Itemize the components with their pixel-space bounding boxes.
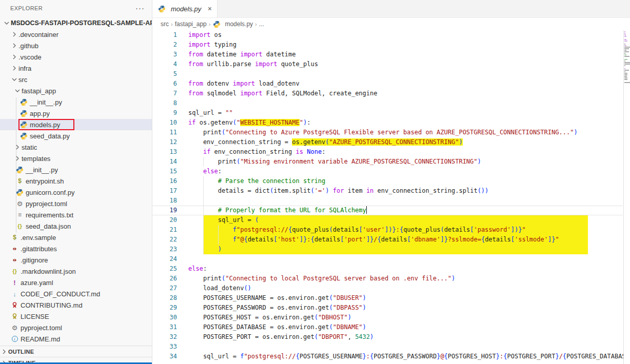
chevron-right-icon[interactable] (10, 30, 18, 38)
code-line-19[interactable]: 19 # Properly format the URL for SQLAlch… (152, 206, 630, 215)
tree-item-label: pyproject.toml (21, 324, 62, 332)
code-line-14[interactable]: 14 print("Missing environment variable A… (152, 157, 630, 167)
indent-guide (203, 196, 204, 206)
chevron-right-icon[interactable] (13, 143, 22, 151)
tree-item-label: .github (18, 42, 38, 50)
tree-item-pyproject-toml[interactable]: ⚙pyproject.toml (0, 198, 152, 209)
code-line-2[interactable]: 2import typing (152, 40, 630, 50)
code-line-6[interactable]: 6from dotenv import load_dotenv (152, 79, 630, 89)
code-line-3[interactable]: 3from datetime import datetime (152, 50, 630, 59)
info-icon: i (10, 335, 19, 343)
tree-item-azure-yaml[interactable]: !azure.yaml (0, 277, 152, 288)
code-line-10[interactable]: 10if os.getenv("WEBSITE_HOSTNAME"): (152, 118, 630, 128)
code-line-8[interactable]: 8 (152, 98, 630, 108)
red-annotation-box: models.py (19, 120, 73, 129)
breadcrumb-separator: › (209, 21, 211, 27)
tree-item-label: __init__.py (26, 166, 58, 174)
code-line-5[interactable]: 5 (152, 69, 630, 79)
tree-item-infra[interactable]: infra (0, 63, 152, 74)
minimap-line (624, 47, 630, 48)
code-line-20[interactable]: 20 sql_url = ( (152, 215, 630, 225)
tree-item--github[interactable]: .github (0, 40, 152, 51)
minimap[interactable] (623, 30, 630, 364)
tree-item-templates[interactable]: templates (0, 153, 152, 164)
chevron-right-icon[interactable] (10, 64, 18, 72)
line-number: 24 (152, 254, 184, 264)
code-line-15[interactable]: 15 else: (152, 167, 630, 176)
tree-item-app-py[interactable]: app.py (0, 108, 152, 119)
chevron-right-icon[interactable] (13, 154, 22, 163)
tree-item-seed-data-py[interactable]: seed_data.py (0, 130, 152, 141)
code-text: import typing (188, 40, 237, 50)
outline-section-header[interactable]: OUTLINE (0, 346, 152, 357)
code-line-34[interactable]: 34 sql_url = f"postgresql://{POSTGRES_US… (152, 352, 630, 361)
close-icon[interactable]: × (208, 5, 212, 13)
code-line-18[interactable]: 18 (152, 196, 630, 206)
tree-item--markdownlint-json[interactable]: {}.markdownlint.json (0, 266, 152, 277)
breadcrumb-item--[interactable]: ... (259, 21, 264, 28)
breadcrumb-item-fastapi-app[interactable]: fastapi_app (175, 21, 207, 28)
code-line-28[interactable]: 28 POSTGRES_USERNAME = os.environ.get("D… (152, 293, 630, 303)
tree-item--init-py[interactable]: __init__.py (0, 164, 152, 175)
code-line-17[interactable]: 17 details = dict(item.split('=') for it… (152, 186, 630, 196)
tree-item-src[interactable]: src (0, 74, 152, 85)
line-number: 2 (152, 40, 184, 50)
chevron-down-icon[interactable] (13, 87, 22, 95)
code-line-29[interactable]: 29 POSTGRES_PASSWORD = os.environ.get("D… (152, 303, 630, 313)
code-line-25[interactable]: 25else: (152, 264, 630, 274)
tree-item--vscode[interactable]: .vscode (0, 51, 152, 63)
code-line-24[interactable]: 24 (152, 254, 630, 264)
minimap-line (624, 71, 625, 72)
tree-item-code-of-conduct-md[interactable]: ↓CODE_OF_CONDUCT.md (0, 288, 152, 299)
tree-item--gitignore[interactable]: .gitignore (0, 254, 152, 266)
code-line-7[interactable]: 7from sqlmodel import Field, SQLModel, c… (152, 89, 630, 98)
tree-item--init-py[interactable]: __init__.py (0, 96, 152, 108)
code-line-13[interactable]: 13 if env_connection_string is None: (152, 147, 630, 157)
chevron-right-icon[interactable] (10, 53, 18, 61)
line-number: 21 (152, 225, 184, 235)
code-line-1[interactable]: 1import os (152, 30, 630, 40)
code-line-16[interactable]: 16 # Parse the connection string (152, 176, 630, 186)
tree-item--gitattributes[interactable]: .gitattributes (0, 243, 152, 254)
tree-item-contributing-md[interactable]: CONTRIBUTING.md (0, 299, 152, 311)
code-line-12[interactable]: 12 env_connection_string = os.getenv("AZ… (152, 137, 630, 147)
tree-item-label: requirements.txt (26, 211, 73, 219)
code-line-31[interactable]: 31 POSTGRES_DATABASE = os.environ.get("D… (152, 322, 630, 332)
code-line-21[interactable]: 21 f"postgresql://{quote_plus(details['u… (152, 225, 630, 235)
tree-item-requirements-txt[interactable]: ≡requirements.txt (0, 209, 152, 220)
tree-item-fastapi-app[interactable]: fastapi_app (0, 85, 152, 96)
chevron-right-icon[interactable] (10, 42, 18, 50)
tree-item-gunicorn-conf-py[interactable]: gunicorn.conf.py (0, 187, 152, 198)
code-line-32[interactable]: 32 POSTGRES_PORT = os.environ.get("DBPOR… (152, 332, 630, 342)
chevron-down-icon[interactable] (10, 75, 18, 84)
code-line-23[interactable]: 23 ) (152, 245, 630, 254)
more-actions-icon[interactable]: ··· (135, 6, 145, 11)
tab-models-py[interactable]: models.py × (152, 0, 218, 17)
code-line-33[interactable]: 33 (152, 342, 630, 352)
tree-item-static[interactable]: static (0, 141, 152, 153)
minimap-line (624, 62, 630, 63)
tree-item-seed-data-json[interactable]: {}seed_data.json (0, 220, 152, 232)
tree-item-license[interactable]: LICENSE (0, 311, 152, 322)
code-line-22[interactable]: 22 f"@{details['host']}:{details['port']… (152, 235, 630, 245)
code-line-27[interactable]: 27 load_dotenv() (152, 284, 630, 293)
chevron-down-icon[interactable] (3, 19, 11, 27)
tree-item--env-sample[interactable]: $.env.sample (0, 232, 152, 243)
explorer-title: EXPLORER (10, 5, 43, 11)
code-line-30[interactable]: 30 POSTGRES_HOST = os.environ.get("DBHOS… (152, 313, 630, 322)
code-line-4[interactable]: 4from urllib.parse import quote_plus (152, 59, 630, 69)
breadcrumb-label: models.py (225, 21, 253, 28)
breadcrumb-item-models-py[interactable]: models.py (212, 20, 253, 28)
tree-item-entrypoint-sh[interactable]: $entrypoint.sh (0, 175, 152, 187)
code-editor[interactable]: 1import os2import typing3from datetime i… (152, 30, 630, 364)
tree-item-models-py[interactable]: models.py (0, 119, 152, 130)
code-line-11[interactable]: 11 print("Connecting to Azure PostgreSQL… (152, 128, 630, 137)
tree-root-msdocs-fastapi-postgresql-sample-app-git-[interactable]: MSDOCS-FASTAPI-POSTGRESQL-SAMPLE-APP [GI… (0, 17, 152, 29)
breadcrumb-item-src[interactable]: src (161, 21, 169, 28)
code-line-9[interactable]: 9sql_url = "" (152, 108, 630, 118)
tree-item-readme-md[interactable]: iREADME.md (0, 333, 152, 345)
tree-item-pyproject-toml[interactable]: ⚙pyproject.toml (0, 322, 152, 333)
code-line-26[interactable]: 26 print("Connecting to local PostgreSQL… (152, 274, 630, 284)
tree-item--devcontainer[interactable]: .devcontainer (0, 29, 152, 40)
indent-guide (203, 176, 204, 186)
